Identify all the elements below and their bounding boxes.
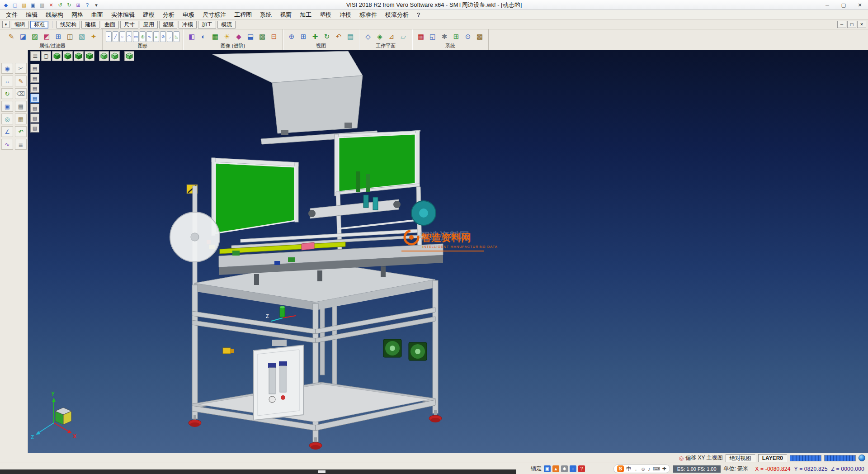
arc-tool-icon[interactable]: ◠: [126, 31, 132, 42]
selection-filter-icon[interactable]: ◫: [65, 31, 75, 42]
menu-item[interactable]: 工程图: [230, 10, 256, 20]
taskbar-item[interactable]: [318, 470, 326, 473]
lighting-icon[interactable]: ☀: [222, 31, 232, 42]
menu-item[interactable]: 文件: [2, 10, 22, 20]
attributes-icon[interactable]: ◪: [18, 31, 28, 42]
tab-item[interactable]: 标准: [30, 21, 48, 28]
mdi-close-button[interactable]: ✕: [857, 21, 866, 28]
view-cube-top[interactable]: [74, 51, 84, 61]
new-file-icon[interactable]: ▢: [11, 1, 19, 9]
background-icon[interactable]: ▩: [257, 31, 268, 42]
ime-emoji-icon[interactable]: ☺: [641, 466, 646, 472]
ellipse-tool-icon[interactable]: ◎: [140, 31, 146, 42]
menu-item[interactable]: 实体编辑: [107, 10, 139, 20]
workplane-3point-icon[interactable]: ◈: [374, 31, 385, 42]
view-menu-button[interactable]: ☰: [30, 51, 40, 61]
ime-lang-mode[interactable]: 中: [626, 465, 631, 472]
alert-status-icon[interactable]: ▲: [552, 465, 559, 472]
menu-item[interactable]: ?: [413, 10, 424, 20]
grid-icon[interactable]: ⊞: [451, 31, 462, 42]
minimize-button[interactable]: ─: [819, 0, 835, 10]
info-status-icon[interactable]: i: [570, 465, 576, 472]
menu-item[interactable]: 模流分析: [381, 10, 413, 20]
delete-icon[interactable]: ✕: [47, 1, 55, 9]
side-tool-7[interactable]: ▤: [30, 123, 39, 133]
sheet-tool-icon[interactable]: ▤: [15, 101, 27, 112]
ime-punct-mode[interactable]: ，: [633, 465, 638, 472]
texture-icon[interactable]: ▦: [210, 31, 221, 42]
view-cube-right[interactable]: [85, 51, 94, 61]
view-wireframe-button[interactable]: ▢: [41, 51, 51, 61]
side-tool-3[interactable]: ▤: [30, 84, 39, 93]
side-tool-6[interactable]: ▤: [30, 114, 39, 123]
view-cube-iso[interactable]: [52, 51, 62, 61]
shade-icon[interactable]: ◐: [198, 31, 209, 42]
save-icon[interactable]: ▣: [29, 1, 37, 9]
maximize-button[interactable]: ▢: [835, 0, 852, 10]
rectangle-tool-icon[interactable]: ▭: [133, 31, 139, 42]
side-tool-5[interactable]: ▤: [30, 104, 39, 113]
properties-icon[interactable]: ✎: [6, 31, 17, 42]
menu-item[interactable]: 建模: [139, 10, 159, 20]
menu-item[interactable]: 分析: [159, 10, 179, 20]
menu-item[interactable]: 线架构: [42, 10, 67, 20]
zoom-tool-icon[interactable]: ◉: [1, 63, 13, 74]
color-palette-icon[interactable]: ▦: [415, 31, 426, 42]
material-icon[interactable]: ◆: [233, 31, 244, 42]
menu-item[interactable]: 加工: [296, 10, 316, 20]
view-manager-icon[interactable]: ▤: [345, 31, 356, 42]
snap-label[interactable]: 锁定: [531, 465, 542, 473]
ime-keyboard-icon[interactable]: ⌨: [653, 466, 660, 472]
mdi-minimize-button[interactable]: ─: [837, 21, 846, 28]
undo-icon[interactable]: ↺: [56, 1, 64, 9]
menu-item[interactable]: 网格: [67, 10, 87, 20]
mode-tab-item[interactable]: 尺寸: [120, 21, 138, 28]
mode-tab-item[interactable]: 曲面: [101, 21, 119, 28]
quickbar-dropdown[interactable]: ▾: [92, 1, 100, 9]
settings-status-icon[interactable]: ✱: [561, 465, 568, 472]
ime-logo-icon[interactable]: S: [617, 465, 624, 472]
workplane-normal-icon[interactable]: ⊿: [386, 31, 397, 42]
menu-item[interactable]: 塑模: [316, 10, 335, 20]
zoom-fit-icon[interactable]: ⊕: [286, 31, 297, 42]
view-cube-back[interactable]: [110, 51, 120, 61]
solid-tool-icon[interactable]: ▣: [1, 101, 13, 112]
network-status-icon[interactable]: [859, 455, 865, 461]
tab-item[interactable]: 编辑: [11, 21, 29, 28]
screen-config-icon[interactable]: ◱: [427, 31, 438, 42]
fillet-tool-icon[interactable]: ◞: [167, 31, 173, 42]
menu-item[interactable]: 尺寸标注: [198, 10, 230, 20]
render-icon[interactable]: ◧: [186, 31, 197, 42]
spline-tool-icon[interactable]: ∿: [146, 31, 152, 42]
mode-tab-item[interactable]: 模流: [217, 21, 236, 28]
rotate-tool-icon[interactable]: ↻: [1, 88, 13, 99]
menu-item[interactable]: 曲面: [87, 10, 107, 20]
point-tool-icon[interactable]: •: [106, 31, 112, 42]
color-filter-icon[interactable]: ▨: [29, 31, 40, 42]
ime-mic-icon[interactable]: ♪: [648, 466, 651, 472]
view-cube-left[interactable]: [99, 51, 109, 61]
layer-filter-icon[interactable]: ◩: [41, 31, 52, 42]
close-button[interactable]: ✕: [852, 0, 868, 10]
move-tool-icon[interactable]: ↔: [1, 76, 13, 86]
menu-item[interactable]: 系统: [256, 10, 276, 20]
menu-item[interactable]: 视窗: [276, 10, 296, 20]
side-tool-2[interactable]: ▤: [30, 74, 39, 83]
workplane-xy-icon[interactable]: ◇: [363, 31, 373, 42]
view-reference[interactable]: ◎ 偏移 XY 主视图: [679, 454, 723, 462]
mode-tab-item[interactable]: 塑膜: [159, 21, 177, 28]
measure-tool-icon[interactable]: ∠: [1, 126, 13, 137]
section-view-icon[interactable]: ⊟: [269, 31, 279, 42]
help-status-icon[interactable]: ?: [578, 465, 585, 472]
mode-tab-item[interactable]: 应用: [140, 21, 158, 28]
highlight-filter-icon[interactable]: ✦: [88, 31, 99, 42]
block-tool-icon[interactable]: ▦: [15, 114, 27, 124]
active-layer-indicator[interactable]: LAYER0: [758, 454, 787, 462]
app-logo-icon[interactable]: ◆: [2, 1, 10, 9]
edit-tool-icon[interactable]: ✎: [15, 76, 27, 86]
menu-item[interactable]: 冲模: [335, 10, 355, 20]
open-file-icon[interactable]: ▤: [20, 1, 28, 9]
plot-icon[interactable]: ⊞: [74, 1, 82, 9]
layers-tool-icon[interactable]: ≣: [15, 139, 27, 150]
taskbar-sliver[interactable]: [0, 469, 516, 474]
